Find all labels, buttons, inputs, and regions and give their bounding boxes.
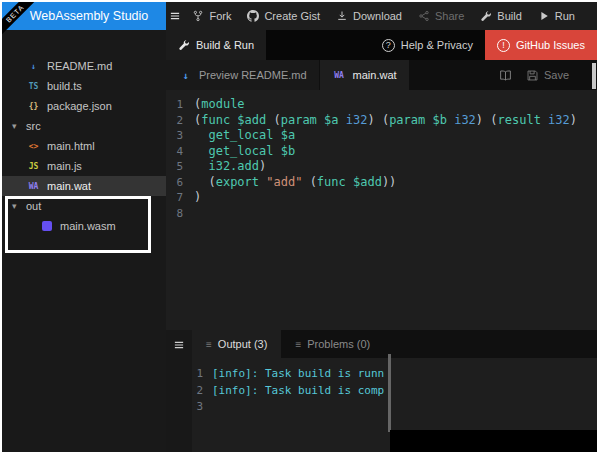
console-tab-label: Output (3) bbox=[218, 338, 268, 350]
console-tab-problems[interactable]: ≡Problems (0) bbox=[281, 330, 384, 358]
build-and-run-button[interactable]: Build & Run bbox=[166, 30, 266, 60]
menu-button[interactable] bbox=[166, 2, 184, 30]
code-line: 4 get_local $b bbox=[166, 144, 597, 160]
editor-scrollbar[interactable] bbox=[592, 63, 596, 89]
app-title: WebAssembly Studio bbox=[30, 9, 149, 23]
line-number: 4 bbox=[166, 144, 194, 160]
console-line-number: 2 bbox=[192, 383, 212, 400]
toolbar-item-label: Create Gist bbox=[264, 10, 320, 22]
editor-tab-label: Preview README.md bbox=[199, 69, 307, 81]
hammer-icon bbox=[178, 39, 190, 51]
console-tab-output[interactable]: ≡Output (3) bbox=[192, 330, 281, 358]
console-line-number: 3 bbox=[192, 399, 212, 416]
line-number: 8 bbox=[166, 206, 194, 222]
save-button[interactable]: Save bbox=[526, 69, 569, 82]
build-button[interactable]: Build bbox=[472, 2, 529, 30]
tree-item-out[interactable]: ▾out bbox=[2, 196, 166, 216]
build-and-run-label: Build & Run bbox=[196, 39, 254, 51]
wasm-icon bbox=[42, 221, 52, 231]
console-tab-label: Problems (0) bbox=[307, 338, 370, 350]
question-icon: ? bbox=[382, 39, 395, 52]
ts-icon: TS bbox=[26, 82, 41, 91]
run-button[interactable]: Run bbox=[530, 2, 583, 30]
help-privacy-button[interactable]: ? Help & Privacy bbox=[370, 30, 485, 60]
console-line: 3 bbox=[192, 399, 597, 416]
tree-item-label: build.ts bbox=[47, 80, 82, 92]
line-number: 7 bbox=[166, 190, 194, 206]
tree-item-label: src bbox=[26, 120, 41, 132]
tree-item-label: main.wasm bbox=[60, 220, 116, 232]
preview-icon: ↓ bbox=[178, 70, 193, 81]
beta-ribbon-label: BETA bbox=[2, 2, 40, 40]
markdown-icon: ↓ bbox=[26, 62, 41, 71]
toolbar-item-label: Download bbox=[353, 10, 402, 22]
file-explorer: ↓README.mdTSbuild.ts{}package.json▾src<>… bbox=[2, 30, 166, 452]
editor-tab-actions: Save bbox=[499, 60, 597, 90]
beta-ribbon: BETA bbox=[2, 2, 40, 40]
line-number: 3 bbox=[166, 128, 194, 144]
tree-item-package-json[interactable]: {}package.json bbox=[2, 96, 166, 116]
console-line-text: [info]: Task build is comp bbox=[212, 383, 384, 400]
console-tabs: ≡Output (3)≡Problems (0) bbox=[192, 330, 597, 358]
console-menu-icon[interactable] bbox=[173, 339, 185, 452]
tree-item-main-js[interactable]: JSmain.js bbox=[2, 156, 166, 176]
json-icon: {} bbox=[26, 102, 41, 111]
code-text: (module bbox=[194, 97, 245, 113]
console-scrollbar[interactable] bbox=[388, 354, 391, 432]
download-icon bbox=[336, 10, 348, 22]
screenshot-root: WebAssembly Studio BETA ForkCreate GistD… bbox=[0, 0, 600, 454]
help-privacy-label: Help & Privacy bbox=[401, 39, 473, 51]
tree-item-main-wat[interactable]: WAmain.wat bbox=[2, 176, 166, 196]
caret-down-icon: ▾ bbox=[12, 201, 20, 211]
create-gist-button[interactable]: Create Gist bbox=[239, 2, 328, 30]
caret-down-icon: ▾ bbox=[12, 121, 20, 131]
share-button[interactable]: Share bbox=[410, 2, 472, 30]
save-label: Save bbox=[544, 69, 569, 81]
editor-tab-main-wat[interactable]: WAmain.wat bbox=[320, 60, 409, 90]
fork-icon bbox=[192, 10, 204, 22]
code-text: get_local $b bbox=[194, 144, 295, 160]
toolbar-item-label: Share bbox=[435, 10, 464, 22]
tree-item-build-ts[interactable]: TSbuild.ts bbox=[2, 76, 166, 96]
tree-item-src[interactable]: ▾src bbox=[2, 116, 166, 136]
secondary-toolbar: Build & Run ? Help & Privacy ! GitHub Is… bbox=[166, 30, 597, 60]
toolbar-item-label: Run bbox=[555, 10, 575, 22]
code-line: 1(module bbox=[166, 97, 597, 113]
file-tree: ↓README.mdTSbuild.ts{}package.json▾src<>… bbox=[2, 30, 166, 236]
download-button[interactable]: Download bbox=[328, 2, 410, 30]
tree-item-label: main.wat bbox=[47, 180, 91, 192]
editor-tabbar: ↓Preview README.mdWAmain.wat Save bbox=[166, 60, 597, 90]
github-icon bbox=[247, 10, 259, 22]
line-number: 6 bbox=[166, 175, 194, 191]
tree-item-label: README.md bbox=[47, 60, 112, 72]
line-number: 1 bbox=[166, 97, 194, 113]
code-line: 2(func $add (param $a i32) (param $b i32… bbox=[166, 113, 597, 129]
fork-button[interactable]: Fork bbox=[184, 2, 239, 30]
book-icon[interactable] bbox=[499, 69, 512, 82]
list-icon: ≡ bbox=[295, 339, 301, 350]
github-issues-label: GitHub Issues bbox=[516, 39, 585, 51]
main-toolbar-items: ForkCreate GistDownloadShareBuildRun bbox=[184, 2, 597, 30]
menu-icon bbox=[169, 10, 181, 22]
github-issues-button[interactable]: ! GitHub Issues bbox=[485, 30, 597, 60]
blank-area bbox=[390, 430, 597, 452]
share-icon bbox=[418, 10, 430, 22]
webassembly-studio-window: WebAssembly Studio BETA ForkCreate GistD… bbox=[2, 2, 597, 452]
code-line: 7) bbox=[166, 190, 597, 206]
tree-item-main-html[interactable]: <>main.html bbox=[2, 136, 166, 156]
code-text: i32.add) bbox=[194, 159, 266, 175]
console-line-text: [info]: Task build is runn bbox=[212, 366, 384, 383]
html-icon: <> bbox=[26, 142, 41, 151]
wa-icon: WA bbox=[332, 71, 347, 80]
tree-item-README-md[interactable]: ↓README.md bbox=[2, 56, 166, 76]
console-line-number: 1 bbox=[192, 366, 212, 383]
tree-item-label: main.js bbox=[47, 160, 82, 172]
tree-item-label: main.html bbox=[47, 140, 95, 152]
play-icon bbox=[538, 10, 550, 22]
line-number: 2 bbox=[166, 113, 194, 129]
tree-item-main-wasm[interactable]: main.wasm bbox=[2, 216, 166, 236]
editor-tab-preview-readme-md[interactable]: ↓Preview README.md bbox=[166, 60, 319, 90]
line-number: 5 bbox=[166, 159, 194, 175]
code-text: (func $add (param $a i32) (param $b i32)… bbox=[194, 113, 577, 129]
code-editor[interactable]: 1(module2(func $add (param $a i32) (para… bbox=[166, 90, 597, 330]
